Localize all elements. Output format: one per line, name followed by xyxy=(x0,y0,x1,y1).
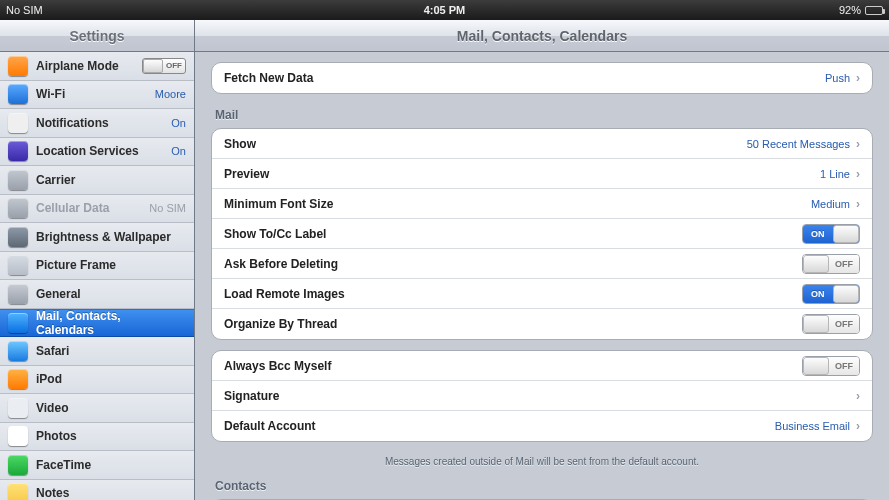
group-footer: Messages created outside of Mail will be… xyxy=(211,452,873,475)
row-fetch-new-data[interactable]: Fetch New DataPush› xyxy=(212,63,872,93)
sidebar-item-location-services[interactable]: Location ServicesOn xyxy=(0,138,194,167)
row-label: Fetch New Data xyxy=(224,71,313,85)
sidebar-item-label: Notifications xyxy=(36,116,109,130)
always-bcc-myself-toggle[interactable]: OFF xyxy=(802,356,860,376)
airplane-mode-toggle[interactable]: OFF xyxy=(142,58,186,74)
sidebar-item-photos[interactable]: Photos xyxy=(0,423,194,452)
video-icon xyxy=(8,398,28,418)
sidebar-item-video[interactable]: Video xyxy=(0,394,194,423)
sidebar-item-general[interactable]: General xyxy=(0,280,194,309)
detail-scroll[interactable]: Fetch New DataPush›MailShow50 Recent Mes… xyxy=(195,52,889,500)
row-value: Push xyxy=(825,72,850,84)
airplane-icon xyxy=(8,56,28,76)
sidebar-list[interactable]: Airplane ModeOFFWi-FiMooreNotificationsO… xyxy=(0,52,194,500)
organize-by-thread-toggle[interactable]: OFF xyxy=(802,314,860,334)
sidebar-item-notes[interactable]: Notes xyxy=(0,480,194,501)
row-label: Always Bcc Myself xyxy=(224,359,331,373)
sidebar-item-label: FaceTime xyxy=(36,458,91,472)
chevron-right-icon: › xyxy=(856,137,860,151)
row-organize-by-thread[interactable]: Organize By ThreadOFF xyxy=(212,309,872,339)
wifi-icon xyxy=(8,84,28,104)
toggle-off-label: OFF xyxy=(835,361,853,371)
row-signature[interactable]: Signature› xyxy=(212,381,872,411)
toggle-off-label: OFF xyxy=(835,259,853,269)
row-value: Medium xyxy=(811,198,850,210)
ask-before-deleting-toggle[interactable]: OFF xyxy=(802,254,860,274)
row-label: Signature xyxy=(224,389,279,403)
row-label: Ask Before Deleting xyxy=(224,257,338,271)
chevron-right-icon: › xyxy=(856,167,860,181)
sidebar-item-label: Cellular Data xyxy=(36,201,109,215)
row-minimum-font-size[interactable]: Minimum Font SizeMedium› xyxy=(212,189,872,219)
mail-icon xyxy=(8,313,28,333)
detail-title: Mail, Contacts, Calendars xyxy=(195,20,889,52)
location-icon xyxy=(8,141,28,161)
status-bar: No SIM 4:05 PM 92% xyxy=(0,0,889,20)
battery-percent: 92% xyxy=(839,4,861,16)
load-remote-images-toggle[interactable]: ON xyxy=(802,284,860,304)
toggle-on-label: ON xyxy=(811,289,825,299)
cellular-icon xyxy=(8,198,28,218)
sidebar-item-cellular-data[interactable]: Cellular DataNo SIM xyxy=(0,195,194,224)
ipod-icon xyxy=(8,369,28,389)
sidebar-item-label: Notes xyxy=(36,486,69,500)
row-show[interactable]: Show50 Recent Messages› xyxy=(212,129,872,159)
settings-sidebar: Settings Airplane ModeOFFWi-FiMooreNotif… xyxy=(0,20,195,500)
sidebar-item-label: Location Services xyxy=(36,144,139,158)
chevron-right-icon: › xyxy=(856,419,860,433)
toggle-on-label: ON xyxy=(811,229,825,239)
sidebar-item-value: No SIM xyxy=(149,202,186,214)
row-load-remote-images[interactable]: Load Remote ImagesON xyxy=(212,279,872,309)
sidebar-item-ipod[interactable]: iPod xyxy=(0,366,194,395)
sidebar-item-facetime[interactable]: FaceTime xyxy=(0,451,194,480)
sidebar-item-label: Brightness & Wallpaper xyxy=(36,230,171,244)
sidebar-item-wi-fi[interactable]: Wi-FiMoore xyxy=(0,81,194,110)
show-to-cc-label-toggle[interactable]: ON xyxy=(802,224,860,244)
settings-group: Always Bcc MyselfOFFSignature›Default Ac… xyxy=(211,350,873,442)
sidebar-item-airplane-mode[interactable]: Airplane ModeOFF xyxy=(0,52,194,81)
row-label: Organize By Thread xyxy=(224,317,337,331)
photos-icon xyxy=(8,426,28,446)
sidebar-item-carrier[interactable]: Carrier xyxy=(0,166,194,195)
safari-icon xyxy=(8,341,28,361)
section-header: Contacts xyxy=(211,475,873,499)
row-always-bcc-myself[interactable]: Always Bcc MyselfOFF xyxy=(212,351,872,381)
section-header: Mail xyxy=(211,104,873,128)
sidebar-item-notifications[interactable]: NotificationsOn xyxy=(0,109,194,138)
row-label: Preview xyxy=(224,167,269,181)
row-preview[interactable]: Preview1 Line› xyxy=(212,159,872,189)
facetime-icon xyxy=(8,455,28,475)
settings-group: Show50 Recent Messages›Preview1 Line›Min… xyxy=(211,128,873,340)
chevron-right-icon: › xyxy=(856,389,860,403)
row-label: Default Account xyxy=(224,419,316,433)
row-ask-before-deleting[interactable]: Ask Before DeletingOFF xyxy=(212,249,872,279)
sidebar-item-label: Carrier xyxy=(36,173,75,187)
detail-pane: Mail, Contacts, Calendars Fetch New Data… xyxy=(195,20,889,500)
sidebar-item-safari[interactable]: Safari xyxy=(0,337,194,366)
carrier-icon xyxy=(8,170,28,190)
sidebar-item-label: Airplane Mode xyxy=(36,59,119,73)
sidebar-item-mail-contacts-calendars[interactable]: Mail, Contacts, Calendars xyxy=(0,309,194,338)
sidebar-item-picture-frame[interactable]: Picture Frame xyxy=(0,252,194,281)
sidebar-item-brightness-wallpaper[interactable]: Brightness & Wallpaper xyxy=(0,223,194,252)
sidebar-item-label: Wi-Fi xyxy=(36,87,65,101)
brightness-icon xyxy=(8,227,28,247)
sidebar-item-label: Mail, Contacts, Calendars xyxy=(36,309,178,337)
sidebar-item-label: Video xyxy=(36,401,68,415)
sidebar-item-value: Moore xyxy=(155,88,186,100)
row-show-to-cc-label[interactable]: Show To/Cc LabelON xyxy=(212,219,872,249)
chevron-right-icon: › xyxy=(856,71,860,85)
toggle-off-label: OFF xyxy=(835,319,853,329)
row-label: Show xyxy=(224,137,256,151)
sidebar-title: Settings xyxy=(0,20,194,52)
sidebar-item-value: On xyxy=(171,117,186,129)
sim-status: No SIM xyxy=(6,4,43,16)
row-value: Business Email xyxy=(775,420,850,432)
chevron-right-icon: › xyxy=(856,197,860,211)
row-label: Minimum Font Size xyxy=(224,197,333,211)
row-value: 50 Recent Messages xyxy=(747,138,850,150)
row-default-account[interactable]: Default AccountBusiness Email› xyxy=(212,411,872,441)
notes-icon xyxy=(8,483,28,500)
sidebar-item-label: Picture Frame xyxy=(36,258,116,272)
picture-frame-icon xyxy=(8,255,28,275)
